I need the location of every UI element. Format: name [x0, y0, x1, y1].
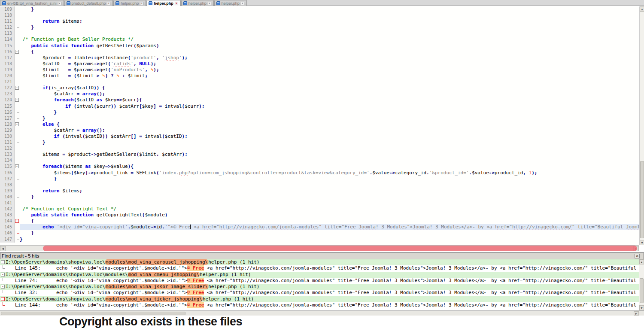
close-icon[interactable]: ✕: [635, 254, 640, 258]
code-line-143[interactable]: 143 public static function getCopyrightT…: [0, 212, 639, 218]
find-vertical-scrollbar[interactable]: ▲ ▼: [639, 259, 644, 310]
fold-margin[interactable]: [15, 36, 20, 43]
code-line-117[interactable]: 117 $product = JTable::getInstance('prod…: [0, 55, 639, 61]
fold-margin[interactable]: [15, 230, 20, 236]
code-line-124[interactable]: 124- foreach($catID as $key=>$curr){: [0, 97, 639, 103]
fold-margin[interactable]: [15, 115, 20, 121]
fold-margin[interactable]: [15, 176, 20, 182]
code-line-127[interactable]: 127 }: [0, 115, 639, 121]
tab-helper.php[interactable]: helper.phpx: [214, 0, 247, 6]
find-result-hit-row[interactable]: Line 144:echo '<div id="vina-copyright'.…: [0, 302, 639, 308]
code-editor[interactable]: 109 }110111 return $items;112 }113114 /*…: [0, 6, 639, 245]
fold-margin[interactable]: [15, 224, 20, 230]
fold-collapse-icon[interactable]: -: [15, 50, 19, 54]
fold-margin[interactable]: -: [15, 85, 20, 91]
code-line-120[interactable]: 120 $limit = ($limit > 5) ? 5 : $limit;: [0, 73, 639, 79]
tab-helper.php[interactable]: helper.phpx: [146, 0, 181, 6]
code-line-128[interactable]: 128- else {: [0, 121, 639, 128]
fold-margin[interactable]: [15, 24, 20, 30]
editor-vertical-scrollbar[interactable]: ▲ ▼: [639, 6, 644, 245]
find-hscroll-thumb[interactable]: [1, 312, 185, 315]
find-result-file-row[interactable]: -I:\OpenServer\domains\shopviva.loc\modu…: [0, 272, 639, 278]
tab-helper.php[interactable]: helper.phpx: [181, 0, 214, 6]
fold-collapse-icon[interactable]: -: [15, 219, 19, 223]
fold-margin[interactable]: [15, 79, 20, 85]
fold-collapse-icon[interactable]: -: [15, 98, 19, 102]
fold-margin[interactable]: [15, 61, 20, 67]
find-result-hit-row[interactable]: Line 74:echo '<div id="vina-copyright'.$…: [0, 278, 639, 284]
tab-helper.php[interactable]: helper.phpx: [113, 0, 146, 6]
code-line-111[interactable]: 111 return $items;: [0, 18, 639, 24]
fold-collapse-icon[interactable]: -: [1, 285, 5, 288]
find-result-file-row[interactable]: -I:\OpenServer\domains\shopviva.loc\modu…: [0, 296, 639, 302]
fold-collapse-icon[interactable]: -: [1, 260, 5, 264]
fold-collapse-icon[interactable]: -: [15, 86, 19, 90]
fold-margin[interactable]: [15, 67, 20, 73]
fold-margin[interactable]: [15, 73, 20, 79]
close-icon[interactable]: x: [58, 2, 61, 5]
code-line-133[interactable]: 133 $items = $product->getBestSellers($l…: [0, 152, 639, 158]
code-line-115[interactable]: 115 public static function getBestSeller…: [0, 43, 639, 49]
scroll-down-icon[interactable]: ▼: [639, 305, 644, 310]
code-line-116[interactable]: 116- {: [0, 49, 639, 55]
fold-margin[interactable]: [15, 91, 20, 97]
find-result-hit-row[interactable]: Line 32:echo '<div id="vina-copyright'.$…: [0, 290, 639, 296]
code-line-136[interactable]: 136 $items[$key]->product_link = SEFLink…: [0, 170, 639, 176]
code-line-109[interactable]: 109 }: [0, 6, 639, 12]
tab-en-GB.tpl_vina_fashion_s.ini[interactable]: en-GB.tpl_vina_fashion_s.inix: [0, 0, 64, 6]
fold-margin[interactable]: [15, 158, 20, 164]
code-line-119[interactable]: 119 $limit = $params->get('noProducts', …: [0, 67, 639, 73]
fold-collapse-icon[interactable]: -: [1, 273, 5, 276]
code-line-122[interactable]: 122- if(is_array($catID)) {: [0, 85, 639, 91]
fold-margin[interactable]: [15, 55, 20, 61]
fold-margin[interactable]: [15, 12, 20, 18]
code-line-129[interactable]: 129 $catArr = array();: [0, 128, 639, 134]
fold-margin[interactable]: [15, 43, 20, 49]
code-line-137[interactable]: 137 }: [0, 176, 639, 182]
code-line-144[interactable]: 144- {: [0, 218, 639, 224]
fold-margin[interactable]: -: [15, 121, 20, 128]
scroll-down-icon[interactable]: ▼: [640, 240, 644, 245]
fold-margin[interactable]: [15, 146, 20, 152]
code-line-131[interactable]: 131 }: [0, 140, 639, 146]
fold-collapse-icon[interactable]: -: [15, 164, 19, 168]
code-line-138[interactable]: 138: [0, 182, 639, 188]
close-icon[interactable]: x: [175, 2, 178, 5]
code-line-140[interactable]: 140 }: [0, 194, 639, 200]
tab-product_default.php[interactable]: product_default.phpx: [64, 0, 113, 6]
scroll-up-icon[interactable]: ▲: [640, 6, 644, 12]
code-line-112[interactable]: 112 }: [0, 24, 639, 30]
scroll-up-icon[interactable]: ▲: [639, 259, 644, 264]
code-line-114[interactable]: 114 /* Function get Best Seller Products…: [0, 36, 639, 43]
close-icon[interactable]: x: [140, 2, 143, 5]
fold-margin[interactable]: [15, 237, 20, 243]
find-result-header[interactable]: Find result - 5 hits ✕: [0, 252, 644, 259]
fold-margin[interactable]: [15, 6, 20, 12]
scroll-left-icon[interactable]: ◄: [0, 246, 6, 251]
code-line-139[interactable]: 139 return $items;: [0, 188, 639, 194]
fold-margin[interactable]: -: [15, 97, 20, 103]
code-line-121[interactable]: 121: [0, 79, 639, 85]
fold-margin[interactable]: [15, 140, 20, 146]
fold-margin[interactable]: [15, 200, 20, 206]
fold-margin[interactable]: -: [15, 49, 20, 55]
fold-collapse-icon[interactable]: -: [15, 122, 19, 126]
code-line-113[interactable]: 113: [0, 30, 639, 36]
fold-margin[interactable]: [15, 212, 20, 218]
code-line-134[interactable]: 134: [0, 158, 639, 164]
fold-margin[interactable]: -: [15, 218, 20, 224]
code-line-118[interactable]: 118 $catID = $params->get('catids', NULL…: [0, 61, 639, 67]
code-line-132[interactable]: 132: [0, 146, 639, 152]
fold-margin[interactable]: [15, 182, 20, 188]
fold-margin[interactable]: [15, 128, 20, 134]
fold-margin[interactable]: [15, 170, 20, 176]
find-result-file-row[interactable]: -I:\OpenServer\domains\shopviva.loc\modu…: [0, 284, 639, 290]
code-line-125[interactable]: 125 if (intval($curr)) $catArr[$key] = i…: [0, 103, 639, 109]
fold-margin[interactable]: [15, 206, 20, 212]
fold-margin[interactable]: -: [15, 164, 20, 170]
fold-margin[interactable]: [15, 152, 20, 158]
fold-margin[interactable]: [15, 188, 20, 194]
code-line-146[interactable]: 146 }: [0, 230, 639, 236]
code-line-135[interactable]: 135- foreach($items as $key=>$value){: [0, 164, 639, 170]
fold-collapse-icon[interactable]: -: [1, 297, 5, 301]
